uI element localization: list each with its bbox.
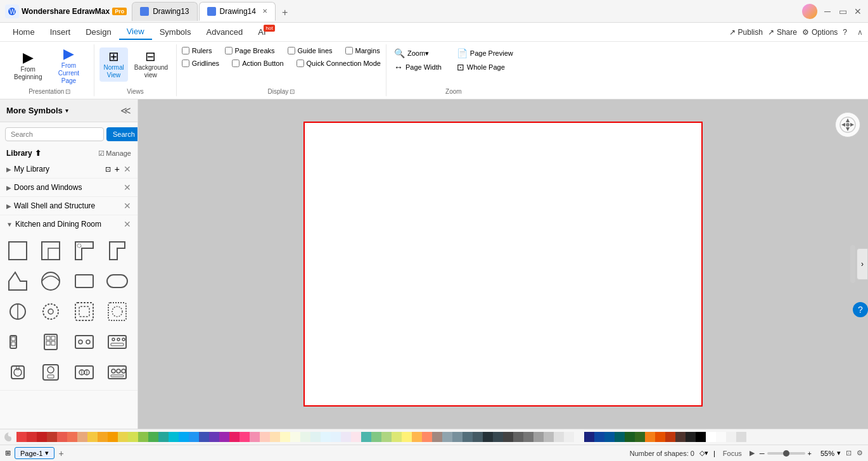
color-swatch-30[interactable]: [321, 432, 331, 442]
rulers-checkbox[interactable]: [182, 47, 189, 54]
color-swatch-40[interactable]: [422, 432, 432, 442]
color-swatch-8[interactable]: [98, 432, 108, 442]
section-kitchen-header[interactable]: ▼ Kitchen and Dining Room ✕: [0, 215, 137, 233]
manage-button[interactable]: ☑ Manage: [98, 149, 131, 158]
section-doors-windows-header[interactable]: ▶ Doors and Windows ✕: [0, 179, 137, 196]
palette-picker-icon[interactable]: [3, 431, 15, 443]
gridlines-check[interactable]: Gridlines: [182, 60, 219, 67]
color-swatch-47[interactable]: [493, 432, 503, 442]
view-toggle-icon[interactable]: ⊞: [5, 449, 11, 457]
color-swatch-23[interactable]: [250, 432, 260, 442]
color-swatch-29[interactable]: [310, 432, 321, 442]
color-swatch-3[interactable]: [47, 432, 57, 442]
color-swatch-4[interactable]: [57, 432, 67, 442]
zoom-slider[interactable]: [767, 452, 805, 455]
minimize-button[interactable]: ─: [822, 6, 833, 16]
color-swatch-68[interactable]: [706, 432, 716, 442]
page-tab[interactable]: Page-1 ▾: [15, 447, 54, 459]
color-swatch-2[interactable]: [37, 432, 47, 442]
margins-checkbox[interactable]: [345, 47, 353, 54]
vertical-scrollbar[interactable]: [850, 245, 855, 283]
page-preview-button[interactable]: 📄 Page Preview: [454, 47, 516, 60]
tab-design[interactable]: Design: [78, 25, 118, 39]
color-swatch-51[interactable]: [533, 432, 544, 442]
search-button[interactable]: Search: [106, 127, 138, 141]
shape-8[interactable]: [103, 267, 131, 295]
color-swatch-60[interactable]: [625, 432, 635, 442]
color-swatch-25[interactable]: [270, 432, 280, 442]
tab-symbols[interactable]: Symbols: [152, 25, 199, 39]
zoom-slider-thumb[interactable]: [783, 450, 789, 457]
section-wall-shell-header[interactable]: ▶ Wall Shell and Structure ✕: [0, 197, 137, 215]
guide-lines-checkbox[interactable]: [288, 47, 295, 54]
page-breaks-checkbox[interactable]: [225, 47, 233, 54]
color-swatch-37[interactable]: [392, 432, 402, 442]
shape-12[interactable]: [103, 298, 131, 325]
shape-4[interactable]: [103, 237, 131, 265]
color-swatch-43[interactable]: [452, 432, 463, 442]
color-swatch-20[interactable]: [219, 432, 229, 442]
color-swatch-45[interactable]: [473, 432, 483, 442]
color-swatch-53[interactable]: [554, 432, 564, 442]
color-swatch-7[interactable]: [87, 432, 98, 442]
settings-button[interactable]: ⚙: [857, 449, 863, 457]
help-floating-button[interactable]: ?: [853, 302, 868, 317]
section-kitchen-close[interactable]: ✕: [124, 219, 131, 229]
tab-view[interactable]: View: [119, 24, 152, 40]
color-swatch-14[interactable]: [158, 432, 169, 442]
gridlines-checkbox[interactable]: [182, 60, 189, 67]
close-button[interactable]: ✕: [853, 6, 863, 16]
page-width-button[interactable]: ↔ Page Width: [392, 61, 453, 73]
from-current-page-button[interactable]: ▶ From CurrentPage: [48, 44, 89, 87]
color-swatch-0[interactable]: [16, 432, 27, 442]
shape-11[interactable]: [70, 298, 98, 325]
color-swatch-70[interactable]: [726, 432, 736, 442]
color-swatch-15[interactable]: [169, 432, 179, 442]
shape-16[interactable]: [103, 328, 131, 356]
color-swatch-28[interactable]: [300, 432, 310, 442]
maximize-button[interactable]: ▭: [838, 6, 848, 16]
tab-drawing14[interactable]: Drawing14 ✕: [199, 2, 276, 21]
shape-14[interactable]: [37, 328, 65, 356]
color-swatch-56[interactable]: [584, 432, 594, 442]
color-swatch-54[interactable]: [564, 432, 574, 442]
presentation-expand-icon[interactable]: ⊡: [65, 88, 70, 95]
color-swatch-9[interactable]: [108, 432, 118, 442]
color-swatch-55[interactable]: [574, 432, 584, 442]
color-swatch-52[interactable]: [544, 432, 554, 442]
shape-2[interactable]: [37, 237, 65, 265]
color-swatch-22[interactable]: [239, 432, 250, 442]
color-swatch-64[interactable]: [665, 432, 675, 442]
navigation-circle[interactable]: [835, 112, 860, 137]
section-doors-close[interactable]: ✕: [124, 182, 131, 193]
color-swatch-27[interactable]: [290, 432, 300, 442]
color-swatch-58[interactable]: [604, 432, 615, 442]
options-button[interactable]: ⚙ Options: [802, 28, 838, 37]
color-swatch-31[interactable]: [331, 432, 341, 442]
tab-ai[interactable]: AIhot: [250, 25, 273, 39]
search-input[interactable]: [5, 127, 104, 141]
from-beginning-button[interactable]: ▶ FromBeginning: [10, 48, 46, 84]
color-swatch-57[interactable]: [594, 432, 604, 442]
color-swatch-49[interactable]: [513, 432, 523, 442]
color-swatch-41[interactable]: [432, 432, 442, 442]
color-swatch-69[interactable]: [716, 432, 726, 442]
shape-7[interactable]: [70, 267, 98, 295]
shape-18[interactable]: [37, 358, 65, 386]
page-tab-dropdown-icon[interactable]: ▾: [45, 449, 49, 457]
shape-1[interactable]: [4, 237, 32, 265]
color-swatch-71[interactable]: [736, 432, 746, 442]
my-library-add-icon[interactable]: +: [115, 164, 120, 174]
color-swatch-36[interactable]: [381, 432, 392, 442]
shape-6[interactable]: [37, 267, 65, 295]
right-panel-collapse-button[interactable]: ›: [857, 248, 868, 280]
panel-dropdown-icon[interactable]: ▾: [65, 107, 68, 114]
library-expand-icon[interactable]: ⬆: [35, 149, 41, 158]
color-swatch-26[interactable]: [280, 432, 290, 442]
focus-button[interactable]: Focus: [720, 449, 744, 458]
color-swatch-42[interactable]: [442, 432, 452, 442]
color-swatch-21[interactable]: [229, 432, 239, 442]
drawing-canvas[interactable]: [303, 122, 703, 407]
color-swatch-19[interactable]: [209, 432, 219, 442]
color-swatch-44[interactable]: [463, 432, 473, 442]
